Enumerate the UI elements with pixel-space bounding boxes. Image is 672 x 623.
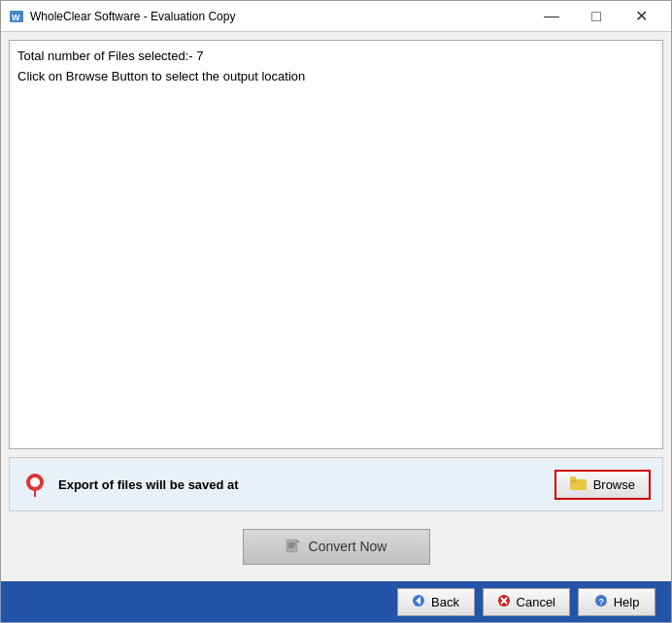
convert-icon bbox=[286, 538, 301, 556]
folder-icon bbox=[570, 476, 588, 493]
svg-text:?: ? bbox=[598, 597, 604, 607]
window-controls: — □ ✕ bbox=[529, 1, 663, 32]
help-button[interactable]: ? Help bbox=[578, 588, 655, 616]
app-icon: W bbox=[9, 9, 24, 24]
browse-button-label: Browse bbox=[593, 477, 635, 492]
svg-rect-4 bbox=[34, 490, 36, 497]
window-content: Total number of Files selected:- 7 Click… bbox=[1, 32, 671, 581]
back-button[interactable]: Back bbox=[397, 588, 475, 616]
help-label: Help bbox=[614, 595, 640, 609]
info-area: Total number of Files selected:- 7 Click… bbox=[9, 40, 663, 449]
location-icon bbox=[21, 471, 49, 498]
back-label: Back bbox=[431, 595, 459, 609]
cancel-icon bbox=[497, 594, 511, 610]
svg-text:W: W bbox=[12, 13, 20, 22]
browse-hint-label: Click on Browse Button to select the out… bbox=[17, 69, 655, 83]
back-icon bbox=[412, 594, 425, 610]
convert-area: Convert Now bbox=[9, 519, 663, 574]
main-window: W WholeClear Software - Evaluation Copy … bbox=[0, 0, 672, 623]
cancel-button[interactable]: Cancel bbox=[483, 588, 570, 616]
export-path-label: Export of files will be saved at bbox=[58, 477, 545, 492]
svg-marker-9 bbox=[297, 540, 300, 542]
bottom-bar: Back Cancel ? Help bbox=[1, 581, 671, 622]
convert-now-button[interactable]: Convert Now bbox=[243, 529, 430, 565]
svg-point-3 bbox=[30, 477, 40, 487]
minimize-button[interactable]: — bbox=[529, 1, 574, 32]
help-icon: ? bbox=[594, 594, 608, 610]
title-bar: W WholeClear Software - Evaluation Copy … bbox=[1, 1, 671, 32]
file-count-label: Total number of Files selected:- 7 bbox=[17, 49, 655, 63]
convert-button-label: Convert Now bbox=[309, 539, 387, 554]
browse-bar: Export of files will be saved at Browse bbox=[9, 457, 663, 511]
cancel-label: Cancel bbox=[517, 595, 555, 609]
window-title: WholeClear Software - Evaluation Copy bbox=[30, 10, 529, 23]
close-button[interactable]: ✕ bbox=[619, 1, 663, 32]
maximize-button[interactable]: □ bbox=[574, 1, 619, 32]
svg-rect-7 bbox=[570, 476, 576, 480]
browse-button[interactable]: Browse bbox=[554, 470, 651, 500]
